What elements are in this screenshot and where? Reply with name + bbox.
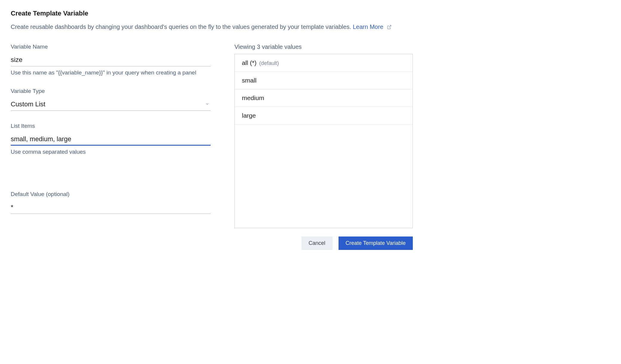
preview-value-item[interactable]: medium: [235, 89, 413, 107]
svg-line-0: [389, 25, 391, 27]
create-template-variable-button[interactable]: Create Template Variable: [339, 237, 413, 250]
variable-name-label: Variable Name: [11, 43, 211, 50]
learn-more-link[interactable]: Learn More: [353, 24, 383, 30]
preview-value-label: large: [242, 112, 256, 119]
preview-default-tag: (default): [258, 60, 279, 66]
preview-value-label: small: [242, 77, 257, 84]
list-items-label: List Items: [11, 123, 211, 129]
preview-value-label: medium: [242, 94, 264, 101]
variable-name-hint: Use this name as "{{variable_name}}" in …: [11, 69, 211, 76]
default-value-label: Default Value (optional): [11, 191, 211, 197]
default-value-input[interactable]: [11, 202, 211, 214]
cancel-button[interactable]: Cancel: [302, 237, 333, 250]
preview-value-label: all (*): [242, 59, 257, 66]
preview-heading: Viewing 3 variable values: [234, 43, 413, 50]
page-description: Create reusable dashboards by changing y…: [11, 23, 413, 32]
list-items-hint: Use comma separated values: [11, 149, 211, 155]
external-link-icon: [387, 23, 392, 32]
description-text: Create reusable dashboards by changing y…: [11, 24, 353, 30]
preview-value-item[interactable]: small: [235, 72, 413, 89]
preview-values-list: all (*) (default)smallmediumlarge: [234, 54, 413, 228]
preview-value-item[interactable]: large: [235, 107, 413, 125]
list-items-input[interactable]: [11, 133, 211, 146]
preview-value-item[interactable]: all (*) (default): [235, 54, 413, 72]
variable-name-input[interactable]: [11, 54, 211, 66]
variable-type-select[interactable]: Custom List: [11, 99, 211, 111]
page-title: Create Template Variable: [11, 10, 413, 17]
variable-type-label: Variable Type: [11, 88, 211, 94]
